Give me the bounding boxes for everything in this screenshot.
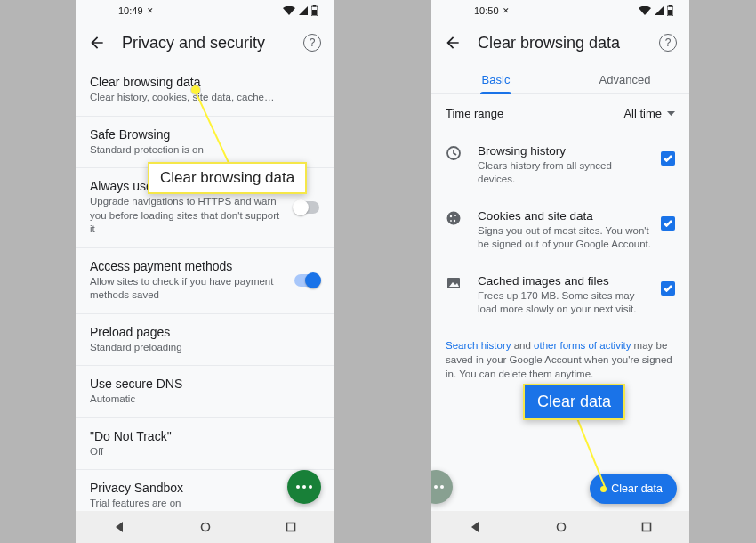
toggle-payment-methods[interactable] bbox=[294, 274, 319, 287]
opt-title: Cached images and files bbox=[478, 274, 652, 288]
opt-cookies[interactable]: Cookies and site data Signs you out of m… bbox=[431, 198, 689, 263]
nav-back-icon[interactable] bbox=[469, 521, 481, 533]
svg-point-12 bbox=[454, 220, 455, 222]
signal-icon bbox=[655, 6, 664, 15]
back-icon[interactable] bbox=[88, 34, 106, 52]
row-sub: Allow sites to check if you have payment… bbox=[90, 275, 284, 303]
row-payment-methods[interactable]: Access payment methods Allow sites to ch… bbox=[76, 248, 334, 314]
opt-title: Browsing history bbox=[478, 144, 652, 158]
svg-rect-16 bbox=[643, 523, 651, 531]
footer-note: Search history and other forms of activi… bbox=[431, 328, 689, 392]
svg-rect-4 bbox=[287, 523, 295, 531]
page-title: Privacy and security bbox=[122, 34, 303, 53]
nav-recent-icon[interactable] bbox=[641, 522, 652, 532]
phone-right: 10:50 ✕ Clear browsing data ? Basic Adva… bbox=[431, 0, 689, 543]
row-dnt[interactable]: "Do Not Track" Off bbox=[76, 418, 334, 471]
row-safe-browsing[interactable]: Safe Browsing Standard protection is on bbox=[76, 117, 334, 169]
row-title: Access payment methods bbox=[90, 259, 284, 273]
nav-bar bbox=[76, 511, 334, 543]
row-title: Preload pages bbox=[90, 325, 319, 339]
row-preload[interactable]: Preload pages Standard preloading bbox=[76, 314, 334, 367]
svg-rect-2 bbox=[312, 10, 317, 15]
row-sub: Automatic bbox=[90, 393, 319, 407]
toggle-always-https[interactable] bbox=[294, 201, 319, 214]
clear-data-button[interactable]: Clear data bbox=[590, 474, 677, 504]
chevron-down-icon bbox=[667, 111, 675, 116]
cookie-icon bbox=[446, 210, 463, 230]
svg-rect-7 bbox=[668, 10, 672, 15]
opt-sub: Frees up 170 MB. Some sites may load mor… bbox=[478, 289, 652, 316]
opt-cache[interactable]: Cached images and files Frees up 170 MB.… bbox=[431, 263, 689, 328]
nav-recent-icon[interactable] bbox=[286, 522, 296, 532]
highlight-dot bbox=[191, 85, 200, 94]
header: Clear browsing data ? bbox=[431, 21, 689, 64]
signal-icon bbox=[299, 6, 308, 15]
time-range-value: All time bbox=[623, 107, 662, 120]
checkbox-history[interactable] bbox=[661, 151, 675, 166]
fab-menu[interactable] bbox=[287, 470, 321, 504]
checkbox-cache[interactable] bbox=[661, 281, 675, 296]
status-time-dot: ✕ bbox=[147, 6, 154, 15]
row-sub: Upgrade navigations to HTTPS and warn yo… bbox=[90, 195, 284, 237]
row-secure-dns[interactable]: Use secure DNS Automatic bbox=[76, 366, 334, 418]
status-time-dot: ✕ bbox=[503, 6, 510, 15]
tab-basic[interactable]: Basic bbox=[431, 64, 560, 93]
checkbox-cookies[interactable] bbox=[661, 216, 675, 231]
svg-point-9 bbox=[447, 211, 461, 224]
link-other-activity[interactable]: other forms of activity bbox=[534, 340, 631, 351]
time-range-label: Time range bbox=[446, 107, 503, 120]
fab-partial[interactable] bbox=[431, 470, 453, 504]
tab-advanced[interactable]: Advanced bbox=[560, 64, 689, 93]
time-range-row[interactable]: Time range All time bbox=[431, 94, 689, 133]
nav-back-icon[interactable] bbox=[113, 521, 125, 533]
nav-home-icon[interactable] bbox=[200, 522, 211, 532]
status-time: 10:49 bbox=[118, 5, 143, 16]
row-title: "Do Not Track" bbox=[90, 429, 319, 443]
row-title: Clear browsing data bbox=[90, 75, 319, 89]
battery-icon bbox=[667, 5, 673, 16]
back-icon[interactable] bbox=[444, 34, 462, 52]
link-search-history[interactable]: Search history bbox=[446, 340, 511, 351]
svg-point-3 bbox=[202, 523, 210, 531]
row-sub: Trial features are on bbox=[90, 497, 319, 511]
image-icon bbox=[446, 275, 463, 295]
svg-rect-6 bbox=[669, 5, 672, 7]
phone-left: 10:49 ✕ Privacy and security ? Clear bro… bbox=[76, 0, 334, 543]
dots-icon bbox=[431, 485, 444, 489]
svg-point-15 bbox=[558, 523, 566, 531]
help-icon[interactable]: ? bbox=[659, 34, 677, 52]
wifi-icon bbox=[639, 6, 651, 15]
clear-data-label: Clear data bbox=[611, 482, 663, 495]
status-bar: 10:50 ✕ bbox=[431, 0, 689, 21]
callout-clear-browsing-data: Clear browsing data bbox=[148, 162, 307, 194]
row-title: Use secure DNS bbox=[90, 377, 319, 391]
dots-icon bbox=[296, 485, 312, 489]
svg-point-10 bbox=[450, 215, 452, 217]
status-time: 10:50 bbox=[474, 5, 499, 16]
opt-sub: Clears history from all synced devices. bbox=[478, 159, 652, 186]
battery-icon bbox=[311, 5, 318, 16]
page-title: Clear browsing data bbox=[478, 34, 659, 53]
opt-title: Cookies and site data bbox=[478, 209, 652, 223]
nav-bar bbox=[431, 511, 689, 543]
wifi-icon bbox=[283, 6, 295, 15]
history-icon bbox=[446, 145, 463, 165]
status-bar: 10:49 ✕ bbox=[76, 0, 334, 21]
header: Privacy and security ? bbox=[76, 21, 334, 64]
row-title: Privacy Sandbox bbox=[90, 481, 319, 495]
row-sub: Off bbox=[90, 445, 319, 459]
row-sub: Standard protection is on bbox=[90, 143, 319, 158]
nav-home-icon[interactable] bbox=[556, 522, 567, 532]
opt-sub: Signs you out of most sites. You won't b… bbox=[478, 224, 652, 251]
row-sub: Standard preloading bbox=[90, 341, 319, 355]
row-sub: Clear history, cookies, site data, cache… bbox=[90, 91, 319, 105]
tabs: Basic Advanced bbox=[431, 64, 689, 94]
svg-rect-1 bbox=[313, 5, 316, 7]
svg-point-13 bbox=[450, 220, 452, 222]
svg-point-11 bbox=[454, 215, 456, 216]
row-title: Safe Browsing bbox=[90, 127, 319, 142]
help-icon[interactable]: ? bbox=[303, 34, 321, 52]
opt-browsing-history[interactable]: Browsing history Clears history from all… bbox=[431, 133, 689, 198]
callout-clear-data: Clear data bbox=[523, 384, 625, 420]
